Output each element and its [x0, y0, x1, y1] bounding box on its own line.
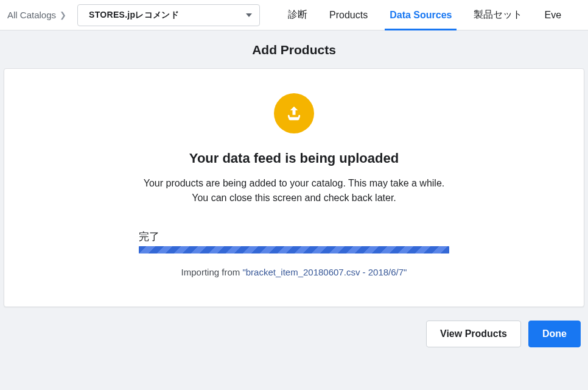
breadcrumb-all-catalogs[interactable]: All Catalogs — [7, 10, 56, 20]
footer-actions: View Products Done — [0, 307, 588, 347]
importing-text: Importing from "bracket_item_20180607.cs… — [139, 267, 449, 277]
view-products-button[interactable]: View Products — [426, 321, 521, 347]
progress-bar — [139, 246, 449, 254]
upload-icon-wrap — [29, 93, 559, 133]
importing-file-name: "bracket_item_20180607.csv - 2018/6/7" — [242, 267, 407, 277]
upload-icon — [274, 93, 314, 133]
tab-events[interactable]: Eve — [533, 0, 572, 30]
tab-product-sets[interactable]: 製品セット — [463, 0, 533, 30]
upload-card: Your data feed is being uploaded Your pr… — [4, 68, 584, 307]
breadcrumb: All Catalogs ❯ — [0, 10, 74, 20]
importing-prefix: Importing from — [181, 267, 243, 277]
upload-heading: Your data feed is being uploaded — [29, 151, 559, 166]
catalog-selector-label: STORES.jpレコメンド — [89, 10, 179, 21]
done-button[interactable]: Done — [528, 321, 581, 347]
chevron-right-icon: ❯ — [60, 10, 66, 20]
tabs: 診断 Products Data Sources 製品セット Eve — [277, 0, 572, 30]
progress-section: 完了 Importing from "bracket_item_20180607… — [139, 230, 449, 277]
page-title: Add Products — [0, 30, 588, 68]
top-bar: All Catalogs ❯ STORES.jpレコメンド 診断 Product… — [0, 0, 588, 30]
catalog-selector[interactable]: STORES.jpレコメンド — [77, 4, 260, 26]
tab-diagnosis[interactable]: 診断 — [277, 0, 318, 30]
tab-data-sources[interactable]: Data Sources — [379, 0, 463, 30]
upload-description: Your products are being added to your ca… — [136, 176, 452, 205]
progress-label: 完了 — [139, 230, 449, 244]
tab-products[interactable]: Products — [318, 0, 379, 30]
caret-down-icon — [246, 13, 252, 17]
